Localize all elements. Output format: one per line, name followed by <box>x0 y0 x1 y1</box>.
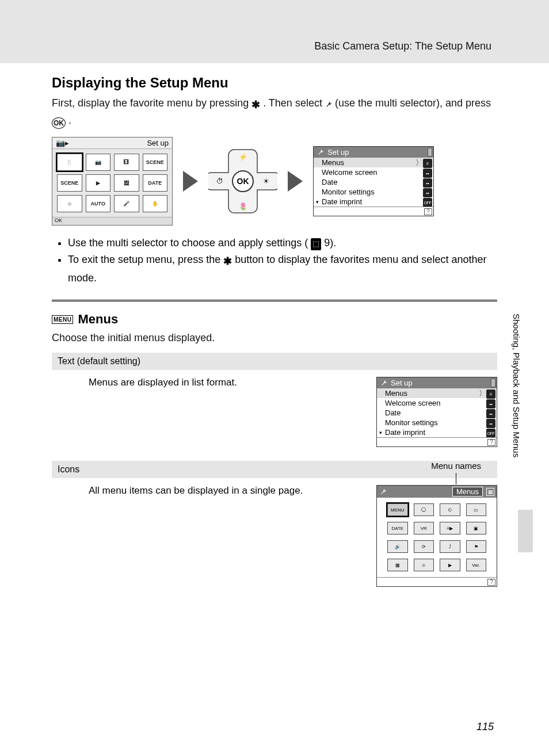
row-label: Menus <box>385 389 407 398</box>
wrench-icon <box>317 149 324 156</box>
option-header-icons: Icons <box>52 461 497 478</box>
icons-cell: ▦ <box>387 559 408 571</box>
callout-line <box>456 473 456 484</box>
camera-icon: 📷▸ <box>56 139 69 147</box>
fav-cell: SCENE <box>143 154 168 171</box>
svg-text:⚡: ⚡ <box>239 152 247 161</box>
intro-paragraph: First, display the favorite menu by pres… <box>52 96 497 129</box>
list-icon-badge: ≡ <box>423 159 432 168</box>
fav-cell: ✋ <box>143 195 168 212</box>
svg-text:☀: ☀ <box>263 177 269 185</box>
icons-cell: ⤴ <box>440 540 460 553</box>
favorites-grid: 🍴 📷 🎞 SCENE SCENE ▶ 🖼 DATE ☺ AUTO 🎤 ✋ <box>52 149 172 217</box>
svg-text:OK: OK <box>237 177 249 186</box>
off-badge: OFF <box>486 429 495 438</box>
figure-row-1: 📷▸ Set up 🍴 📷 🎞 SCENE SCENE ▶ 🖼 DATE ☺ A… <box>52 137 497 226</box>
setup-row-date: Date •• <box>377 408 497 418</box>
setup-row-imprint: ▾ Date imprint OFF <box>377 427 497 437</box>
fav-cell: 🎤 <box>114 195 139 212</box>
setup-footer: ? <box>314 207 433 216</box>
setup-row-menus: Menus 〉 ≡ <box>314 158 433 167</box>
intro-text-b: . Then select <box>263 97 325 109</box>
setup-title-bar: Set up <box>314 147 433 158</box>
favorites-head: 📷▸ Set up <box>52 138 172 149</box>
multi-selector-dpad: OK ⚡ 🌷 ⏱ ☀ <box>208 147 277 216</box>
svg-text:⏱: ⏱ <box>216 177 223 185</box>
setup-menu-screenshot: Set up Menus 〉 ≡ Welcome screen •• Date … <box>313 146 434 216</box>
more-below-icon: ▾ <box>316 199 319 205</box>
bullet-1-b: 9). <box>324 237 336 249</box>
icons-cell: ☺ <box>414 559 434 571</box>
bullet-2-a: To exit the setup menu, press the <box>68 254 223 265</box>
help-icon: ? <box>424 208 432 215</box>
fav-cell: DATE <box>143 174 168 192</box>
menu-tag-icon: MENU <box>52 315 73 324</box>
page-number: 115 <box>476 721 494 733</box>
list-icon-badge: ≡ <box>486 390 495 399</box>
setup-footer: ? <box>377 437 497 446</box>
fav-cell: ☺ <box>57 195 82 212</box>
favorites-menu-screenshot: 📷▸ Set up 🍴 📷 🎞 SCENE SCENE ▶ 🖼 DATE ☺ A… <box>52 137 173 226</box>
arrow-right-icon <box>183 171 198 192</box>
row-label: Date <box>385 408 401 417</box>
setup-row-welcome: Welcome screen •• <box>377 398 497 408</box>
fav-cell-setup: 🍴 <box>57 154 82 171</box>
favorite-star-icon: ✱ <box>251 97 260 113</box>
fav-cell: 🖼 <box>114 174 139 192</box>
chevron-right-icon: 〉 <box>415 158 423 168</box>
content-area: Displaying the Setup Menu First, display… <box>52 75 497 594</box>
row-label: Date imprint <box>385 428 425 437</box>
icons-cell: Ver. <box>466 559 487 571</box>
thumb-tab <box>518 510 533 552</box>
value-badge: •• <box>486 419 495 428</box>
menus-heading: MENU Menus <box>52 312 497 327</box>
fav-cell: SCENE <box>57 174 82 192</box>
option-desc-text: Menus are displayed in list format. <box>89 377 365 388</box>
option-header-text: Text (default setting) <box>52 353 497 370</box>
off-badge: OFF <box>423 198 432 207</box>
menus-intro: Choose the initial menus displayed. <box>52 330 497 346</box>
menus-title-text: Menus <box>78 312 118 327</box>
setup-title-bar: Set up <box>377 377 497 388</box>
icons-cell: VR <box>414 522 434 534</box>
ok-button-icon: OK <box>52 117 66 129</box>
wrench-icon <box>380 488 387 495</box>
scrollbar <box>491 379 495 387</box>
row-label: Date imprint <box>322 197 362 206</box>
intro-text-d: . <box>68 114 71 126</box>
setup-row-menus: Menus 〉 ≡ <box>377 388 497 398</box>
setup-row-monitor: Monitor settings •• <box>377 418 497 427</box>
fav-cell: 📷 <box>86 154 111 171</box>
favorite-star-icon: ✱ <box>223 253 232 270</box>
setup-row-imprint: ▾ Date imprint OFF <box>314 197 433 207</box>
fav-cell: AUTO <box>86 195 111 212</box>
icons-footer: ? <box>377 577 497 586</box>
icons-cell: ⟳ <box>414 540 434 553</box>
help-icon: ? <box>487 579 495 586</box>
icons-cell: ⏲ <box>440 503 460 516</box>
grid-icon: ▦ <box>486 488 494 496</box>
top-gray-band <box>0 0 549 63</box>
option-body-icons: All menu items can be displayed in a sin… <box>52 478 497 594</box>
row-label: Date <box>322 178 337 186</box>
manual-page: Basic Camera Setup: The Setup Menu Displ… <box>0 0 549 756</box>
icons-cell: ▭ <box>466 503 487 516</box>
bullet-2: To exit the setup menu, press the ✱ butt… <box>68 251 497 287</box>
icons-selected-name: Menus <box>452 487 483 497</box>
divider-rule <box>52 300 497 301</box>
icons-cell: DATE <box>387 522 408 534</box>
scrollbar <box>428 148 432 156</box>
value-badge: •• <box>423 188 432 197</box>
setup-menu-screenshot-text: Set up Menus 〉 ≡ Welcome screen •• Date … <box>376 377 497 447</box>
favorites-foot: OK <box>52 217 172 225</box>
wrench-icon <box>380 380 387 387</box>
row-label: Menus <box>322 158 344 167</box>
side-chapter-label: Shooting, Playback and Setup Menus <box>512 314 521 457</box>
row-label: Welcome screen <box>385 399 441 407</box>
callout-text: Menu names <box>431 461 481 471</box>
bullet-1-a: Use the multi selector to choose and app… <box>68 237 308 249</box>
row-label: Welcome screen <box>322 168 378 177</box>
icons-cell: ▶ <box>440 559 460 571</box>
help-icon: ? <box>487 439 495 446</box>
wrench-cursor-icon <box>325 97 332 113</box>
